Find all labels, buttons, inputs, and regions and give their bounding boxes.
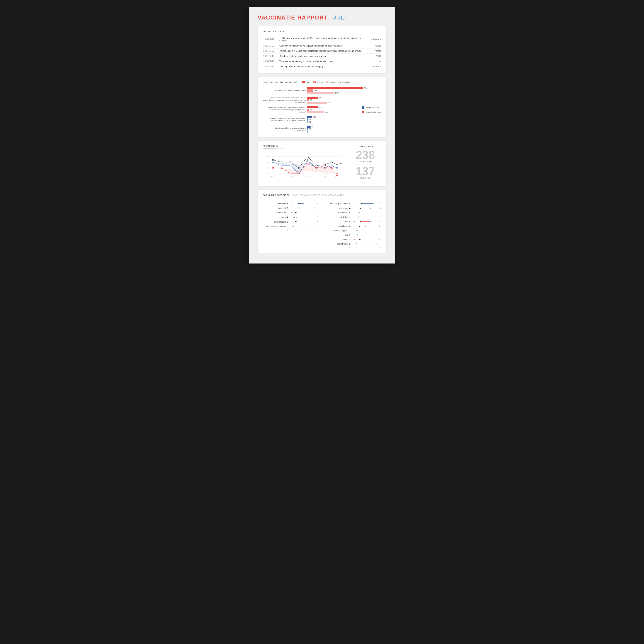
articles-table: 2019-07-18Ebola, daar waren we toch vana… xyxy=(263,36,381,69)
pop-title: POPULAIRE WEBSITES xyxy=(263,194,290,196)
svg-point-66 xyxy=(360,208,361,209)
bar-line: 70 xyxy=(307,109,338,111)
bar-line: 39 xyxy=(307,128,338,130)
svg-point-24 xyxy=(272,167,274,169)
svg-point-88 xyxy=(360,239,361,240)
sparkline xyxy=(357,202,378,205)
table-row: 2019-07-30'Inenting door mobiele priktea… xyxy=(263,64,381,69)
bar-segment xyxy=(307,102,327,104)
svg-point-52 xyxy=(296,212,297,213)
bar-line: 539 xyxy=(307,97,338,99)
arrow-left-icon: ← xyxy=(291,202,294,205)
bar-line: 31 xyxy=(307,121,338,123)
articles-card: NIEUWE ARTIKELS 2019-07-18Ebola, daar wa… xyxy=(258,26,386,73)
svg-point-63 xyxy=(361,203,362,204)
pop-left-col: nieuwsblad4←9standaard7|7invlaanderen1←2… xyxy=(263,202,319,248)
svg-point-73 xyxy=(358,216,359,218)
list-item: apokalypsnu2|2 xyxy=(325,242,381,245)
bar-segment xyxy=(307,111,324,113)
svg-point-14 xyxy=(272,162,274,163)
line-chart-svg: 15 10 5 0 23 -07 25 -07 27 -07 29 -07 31… xyxy=(263,153,346,181)
list-item: plusmagazine1←2 xyxy=(263,220,319,223)
svg-point-76 xyxy=(370,221,371,222)
svg-text:15: 15 xyxy=(267,156,269,157)
page-header: VACCINATIE RAPPORT JULI xyxy=(258,14,386,21)
svg-point-25 xyxy=(281,167,282,169)
list-item: mens en gezondheid5←17 xyxy=(325,202,381,205)
shares-color xyxy=(313,81,316,83)
list-item: ouders4→14 xyxy=(325,220,381,223)
svg-point-22 xyxy=(336,167,338,169)
table-row: 2019-07-22Politieke crisis in Congo door… xyxy=(263,48,381,54)
bar-line: 76 xyxy=(307,99,338,101)
list-item: standaard7|7 xyxy=(263,207,319,209)
svg-point-15 xyxy=(281,165,282,166)
bar-line: 524 xyxy=(307,106,338,108)
list-item: knack0←2 xyxy=(263,216,319,219)
arrow-left-icon: ← xyxy=(353,202,356,205)
svg-point-78 xyxy=(359,226,360,227)
bar-value: 539 xyxy=(319,97,322,99)
frequency-card: FREQUENTIE AANTAL ARTIKELS/DAG 15 10 5 0… xyxy=(258,141,386,186)
bar-value: 233 xyxy=(313,116,316,118)
main-page: VACCINATIE RAPPORT JULI NIEUWE ARTIKELS … xyxy=(249,7,395,264)
svg-point-38 xyxy=(316,165,317,166)
bar-line: 288 xyxy=(307,89,368,92)
social-header: TOP 5 SOCIAL MEDIA SCORE Likes Shares Co… xyxy=(263,81,381,83)
bar-label: HGR adviseert algemene vaccinatie tegen … xyxy=(263,127,306,131)
arrow-left-icon: ← xyxy=(291,220,294,223)
articles-section-title: NIEUWE ARTIKELS xyxy=(263,31,381,33)
totaal-websites-label: WEBSITES xyxy=(360,177,371,179)
svg-point-28 xyxy=(307,162,308,163)
social-title: TOP 5 SOCIAL MEDIA SCORE xyxy=(263,81,297,83)
table-row: 2019-07-17Duitsland stelt vaccinatie teg… xyxy=(263,54,381,59)
arrow-left-icon: ← xyxy=(291,216,294,219)
bar-segment xyxy=(307,106,318,108)
legend-comments: Comments on Facebook xyxy=(326,81,351,83)
equal-icon: | xyxy=(353,234,353,236)
bar-line: 1359 xyxy=(307,92,368,94)
source-legend: Belgische bron Nederlandse bron xyxy=(362,106,381,113)
social-card: TOP 5 SOCIAL MEDIA SCORE Likes Shares Co… xyxy=(258,77,386,137)
likes-color xyxy=(302,81,305,83)
bar-label: Antivaxxers overhalen tot vaccineren is … xyxy=(263,97,306,103)
svg-point-37 xyxy=(307,156,308,157)
bar-row: HGR adviseert algemene vaccinatie tegen … xyxy=(263,126,338,133)
svg-point-75 xyxy=(360,221,361,222)
sparkline xyxy=(357,220,378,223)
bar-segment xyxy=(307,87,363,89)
svg-point-32 xyxy=(336,173,338,174)
svg-point-30 xyxy=(324,165,326,166)
bar-line: 164 xyxy=(307,126,338,128)
list-item: volkskrant4←14 xyxy=(325,207,381,210)
svg-point-31 xyxy=(331,167,332,169)
svg-point-21 xyxy=(331,165,332,166)
svg-point-36 xyxy=(298,167,300,169)
bar-line: 2811 xyxy=(307,87,368,89)
bar-line: 15 xyxy=(307,131,338,133)
list-item: babybytes4|4 xyxy=(325,216,381,218)
bars-group: 539761011 xyxy=(307,97,338,104)
sparkline xyxy=(294,202,316,205)
popular-card: POPULAIRE WEBSITES EVOLUTIE AANTAL ARTIK… xyxy=(258,190,386,253)
freq-chart-container: FREQUENTIE AANTAL ARTIKELS/DAG 15 10 5 0… xyxy=(263,145,346,182)
svg-text:27 -07: 27 -07 xyxy=(305,176,310,178)
arrow-left-icon: ← xyxy=(291,211,294,214)
table-row: 2019-07-18Ebola, daar waren we toch vana… xyxy=(263,36,381,43)
bar-segment xyxy=(307,99,309,101)
bar-row: Antivaxxers overhalen tot vaccineren is … xyxy=(263,97,338,104)
freq-subtitle: AANTAL ARTIKELS/DAG xyxy=(263,148,346,150)
svg-text:10: 10 xyxy=(267,161,269,163)
table-row: 2019-07-22Congolese minister van Volksge… xyxy=(263,43,381,48)
sparkline xyxy=(354,229,376,232)
equal-icon: | xyxy=(353,216,353,218)
bar-value: 1359 xyxy=(335,92,339,94)
bar-segment xyxy=(307,118,308,121)
svg-point-33 xyxy=(272,159,274,161)
bar-value: 54 xyxy=(309,119,311,121)
bar-segment xyxy=(307,97,318,99)
svg-point-61 xyxy=(293,226,294,227)
svg-text:Totaal: Totaal xyxy=(339,163,343,164)
sparkline xyxy=(294,220,316,223)
svg-point-57 xyxy=(295,221,296,222)
